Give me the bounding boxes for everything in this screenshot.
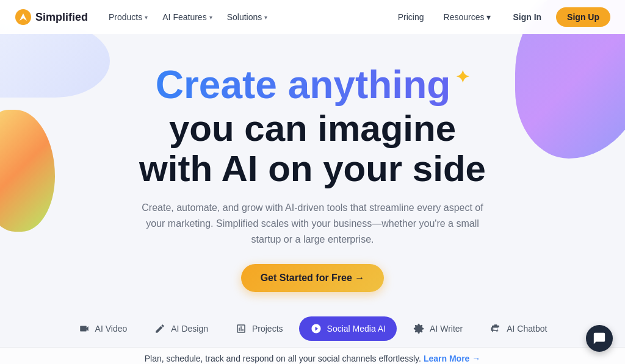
nav-resources[interactable]: Resources ▾ [436, 9, 499, 26]
sparkle-icon: ✦ [455, 68, 469, 87]
tab-ai-writer[interactable]: AI Writer [402, 316, 474, 341]
hero-title-colored: Create anything [156, 63, 451, 107]
logo-icon [15, 9, 32, 26]
solutions-chevron: ▾ [264, 14, 267, 21]
nav-pricing[interactable]: Pricing [391, 9, 432, 26]
ai-writer-icon [413, 323, 425, 335]
hero-title: Create anything✦ you can imagine with AI… [139, 63, 486, 189]
projects-label: Projects [252, 324, 283, 334]
ai-chatbot-label: AI Chatbot [507, 324, 547, 334]
cta-button[interactable]: Get Started for Free → [241, 264, 385, 292]
ai-writer-label: AI Writer [430, 324, 463, 334]
learn-more-link[interactable]: Learn More → [424, 354, 480, 363]
social-media-ai-icon [310, 323, 322, 335]
tab-social-media-ai[interactable]: Social Media AI [299, 316, 397, 341]
hero-title-line2: you can imagine [139, 109, 486, 149]
bottom-bar-text: Plan, schedule, track and respond on all… [145, 354, 421, 363]
tab-ai-chatbot[interactable]: AI Chatbot [479, 316, 558, 341]
brand-logo[interactable]: Simplified [15, 9, 88, 26]
hero-title-line3: with AI on your side [139, 149, 486, 189]
chat-icon [593, 332, 606, 345]
signin-button[interactable]: Sign In [503, 8, 551, 26]
ai-design-label: AI Design [171, 324, 208, 334]
nav-left: Products ▾ AI Features ▾ Solutions ▾ [103, 9, 391, 26]
nav-ai-features[interactable]: AI Features ▾ [156, 9, 218, 26]
ai-video-label: AI Video [95, 324, 128, 334]
signup-button[interactable]: Sign Up [556, 7, 610, 27]
nav-right: Pricing Resources ▾ Sign In Sign Up [391, 7, 610, 27]
hero-title-row1: Create anything✦ [139, 63, 486, 106]
ai-video-icon [78, 323, 90, 335]
hero-subtitle: Create, automate, and grow with AI-drive… [142, 200, 483, 247]
navbar: Simplified Products ▾ AI Features ▾ Solu… [0, 0, 625, 34]
resources-chevron: ▾ [486, 12, 491, 22]
bottom-bar: Plan, schedule, track and respond on all… [0, 347, 625, 364]
nav-solutions[interactable]: Solutions ▾ [221, 9, 274, 26]
projects-icon [235, 323, 247, 335]
chat-bubble[interactable] [586, 325, 613, 352]
ai-chatbot-icon [490, 323, 502, 335]
ai-features-chevron: ▾ [209, 14, 212, 21]
brand-name: Simplified [35, 11, 88, 24]
nav-products[interactable]: Products ▾ [103, 9, 154, 26]
feature-tabs: AI VideoAI DesignProjectsSocial Media AI… [0, 307, 625, 347]
tab-ai-design[interactable]: AI Design [143, 316, 219, 341]
tab-projects[interactable]: Projects [224, 316, 294, 341]
social-media-ai-label: Social Media AI [327, 324, 386, 334]
products-chevron: ▾ [145, 14, 148, 21]
hero-section: Create anything✦ you can imagine with AI… [0, 34, 625, 307]
ai-design-icon [154, 323, 166, 335]
tab-ai-video[interactable]: AI Video [67, 316, 139, 341]
